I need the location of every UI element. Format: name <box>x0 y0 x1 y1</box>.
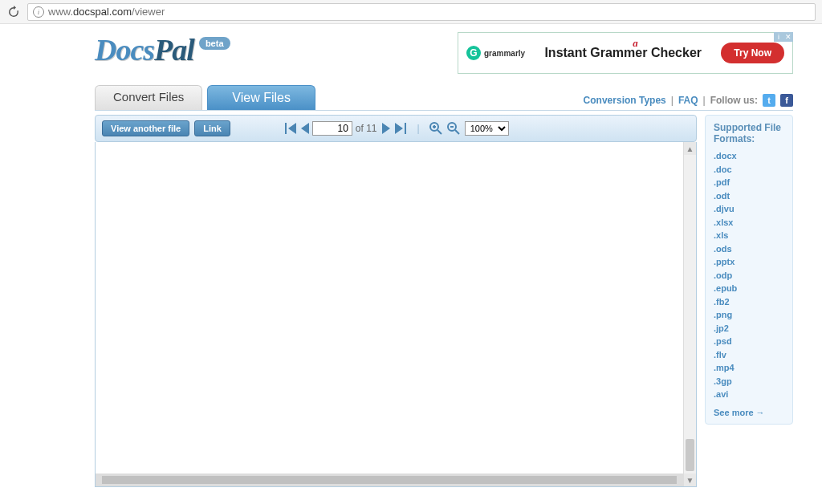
horizontal-scrollbar[interactable] <box>96 474 683 486</box>
supported-formats-sidebar: Supported File Formats: .docx.doc.pdf.od… <box>705 115 793 425</box>
page-total-label: of 11 <box>356 123 377 134</box>
grammarly-g-icon: G <box>466 46 481 60</box>
twitter-icon[interactable]: t <box>763 94 775 107</box>
format-item[interactable]: .fb2 <box>714 295 784 309</box>
prev-page-icon[interactable] <box>299 123 311 134</box>
see-more-link[interactable]: See more → <box>714 408 784 417</box>
scroll-thumb[interactable] <box>686 439 694 471</box>
document-viewport[interactable]: ▲ ▼ <box>95 142 697 487</box>
format-item[interactable]: .xlsx <box>714 216 784 230</box>
link-conversion-types[interactable]: Conversion Types <box>584 95 666 106</box>
ad-banner[interactable]: i ✕ G grammarly a Instant Grammer Checke… <box>458 32 793 74</box>
scroll-up-icon[interactable]: ▲ <box>684 142 696 155</box>
logo-text: DocsPal <box>95 32 194 67</box>
format-item[interactable]: .djvu <box>714 202 784 216</box>
sidebar-title: Supported File Formats: <box>714 122 784 144</box>
link-faq[interactable]: FAQ <box>678 95 698 106</box>
ad-brand-logo: G grammarly <box>466 46 525 60</box>
ad-info-icon[interactable]: i <box>774 32 783 42</box>
ad-correction-annotation: a <box>633 37 638 50</box>
format-item[interactable]: .png <box>714 308 784 322</box>
tab-view-files[interactable]: View Files <box>207 85 315 110</box>
format-item[interactable]: .odt <box>714 189 784 203</box>
scroll-down-icon[interactable]: ▼ <box>684 474 696 486</box>
url-text: www.docspal.com/viewer <box>48 6 165 18</box>
format-item[interactable]: .xls <box>714 229 784 242</box>
format-item[interactable]: .avi <box>714 388 784 401</box>
format-list: .docx.doc.pdf.odt.djvu.xlsx.xls.ods.pptx… <box>714 149 784 401</box>
zoom-in-icon[interactable] <box>429 122 442 135</box>
beta-badge: beta <box>199 37 230 50</box>
page-number-input[interactable] <box>312 121 352 136</box>
view-another-file-button[interactable]: View another file <box>102 120 189 136</box>
ad-close-icon[interactable]: ✕ <box>783 32 793 42</box>
first-page-icon[interactable] <box>283 123 298 134</box>
vertical-scrollbar[interactable]: ▲ ▼ <box>683 142 696 486</box>
ad-headline: a Instant Grammer Checker <box>533 46 713 60</box>
format-item[interactable]: .mp4 <box>714 361 784 375</box>
link-button[interactable]: Link <box>194 120 230 136</box>
top-links: Conversion Types | FAQ | Follow us: t f <box>584 94 793 110</box>
format-item[interactable]: .epub <box>714 282 784 295</box>
format-item[interactable]: .odp <box>714 269 784 282</box>
address-bar[interactable]: i www.docspal.com/viewer <box>27 3 816 21</box>
toolbar-separator: | <box>417 123 420 134</box>
format-item[interactable]: .doc <box>714 163 784 177</box>
zoom-select[interactable]: 100% <box>465 121 509 136</box>
format-item[interactable]: .jp2 <box>714 322 784 335</box>
zoom-out-icon[interactable] <box>447 122 460 135</box>
facebook-icon[interactable]: f <box>780 94 793 107</box>
follow-us-label: Follow us: <box>710 95 758 106</box>
ad-cta-button[interactable]: Try Now <box>721 43 784 63</box>
format-item[interactable]: .3gp <box>714 375 784 388</box>
format-item[interactable]: .pdf <box>714 176 784 189</box>
next-page-icon[interactable] <box>380 123 392 134</box>
last-page-icon[interactable] <box>393 123 408 134</box>
logo[interactable]: DocsPal beta <box>95 32 230 67</box>
format-item[interactable]: .docx <box>714 149 784 163</box>
format-item[interactable]: .flv <box>714 348 784 362</box>
format-item[interactable]: .ods <box>714 242 784 256</box>
format-item[interactable]: .pptx <box>714 255 784 269</box>
viewer-toolbar: View another file Link of 11 | 100% <box>95 115 697 142</box>
format-item[interactable]: .psd <box>714 335 784 348</box>
tab-convert-files[interactable]: Convert Files <box>95 85 202 110</box>
site-info-icon[interactable]: i <box>33 6 44 18</box>
reload-button[interactable] <box>6 5 21 19</box>
